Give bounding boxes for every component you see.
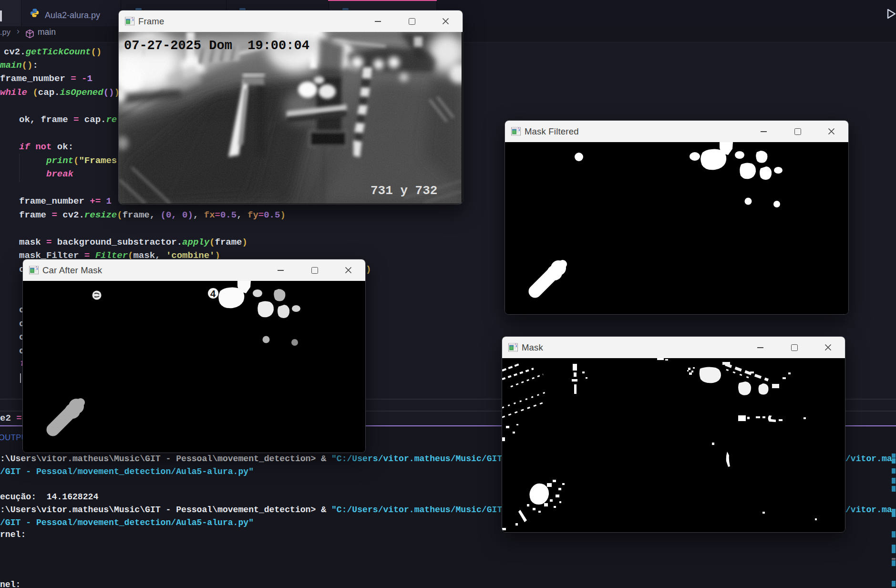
svg-text:07-27-2025 Dom 19:00:04: 07-27-2025 Dom 19:00:04	[124, 39, 309, 53]
svg-text:731 y 732: 731 y 732	[371, 184, 437, 198]
svg-text:4: 4	[210, 289, 216, 299]
